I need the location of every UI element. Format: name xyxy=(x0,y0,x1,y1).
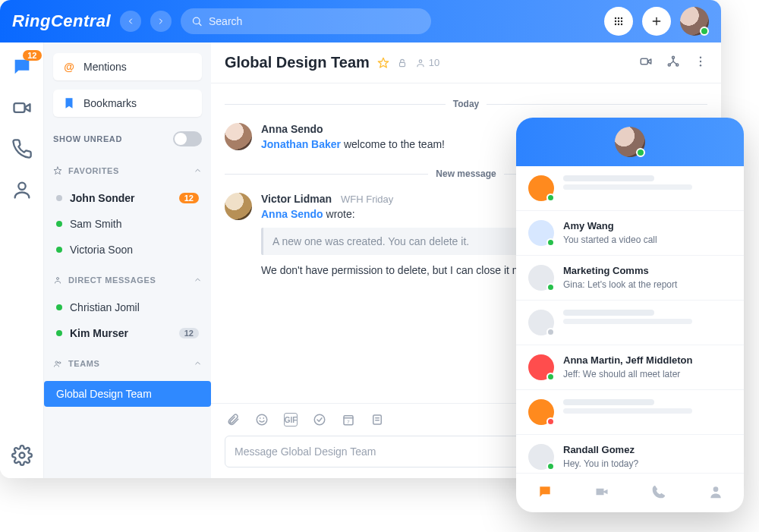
person-icon xyxy=(53,275,62,285)
sidebar-mentions[interactable]: @ Mentions xyxy=(53,53,202,80)
mention-link[interactable]: Anna Sendo xyxy=(261,208,323,220)
svg-point-7 xyxy=(621,20,622,22)
mobile-tab-video[interactable] xyxy=(594,484,609,502)
share-button[interactable] xyxy=(666,55,680,71)
note-icon xyxy=(370,413,384,427)
person-icon xyxy=(415,58,426,68)
profile-avatar[interactable] xyxy=(680,7,709,36)
mobile-conv-item[interactable] xyxy=(516,166,744,211)
svg-marker-17 xyxy=(54,167,61,175)
sidebar: @ Mentions Bookmarks SHOW UNREAD FAVORIT… xyxy=(44,42,211,478)
presence-dot xyxy=(56,247,62,253)
dm-header[interactable]: DIRECT MESSAGES xyxy=(53,269,202,291)
svg-point-9 xyxy=(618,24,619,25)
mobile-tab-messages[interactable] xyxy=(537,484,553,502)
dialpad-icon xyxy=(613,15,625,27)
chevron-left-icon xyxy=(126,17,135,26)
sidebar-fav-victoria[interactable]: Victoria Soon xyxy=(53,238,202,261)
presence-dot xyxy=(56,330,62,336)
message-avatar[interactable] xyxy=(225,123,252,150)
conv-name: Randall Gomez xyxy=(563,444,732,455)
mobile-conv-item[interactable] xyxy=(516,390,744,435)
team-name: Global Design Team xyxy=(56,388,152,400)
quote-attribution: Anna Sendo wrote: xyxy=(261,208,557,220)
person-icon xyxy=(11,179,33,200)
mobile-conv-item[interactable] xyxy=(516,301,744,345)
message-avatar[interactable] xyxy=(225,193,252,220)
chevron-right-icon xyxy=(156,17,165,26)
sidebar-fav-sam[interactable]: Sam Smith xyxy=(53,212,202,235)
note-button[interactable] xyxy=(370,413,384,427)
svg-point-15 xyxy=(18,183,25,190)
task-button[interactable] xyxy=(313,413,326,427)
star-icon xyxy=(53,166,62,175)
mobile-tab-contacts[interactable] xyxy=(708,484,723,502)
sidebar-dm-kim[interactable]: Kim Murser 12 xyxy=(53,322,202,345)
check-circle-icon xyxy=(313,413,326,427)
svg-point-10 xyxy=(621,24,622,25)
dialpad-button[interactable] xyxy=(604,7,633,36)
message-header: Victor Lidman WFH Friday xyxy=(261,193,557,205)
rail-settings[interactable] xyxy=(11,445,33,466)
conv-avatar xyxy=(528,175,554,201)
svg-point-4 xyxy=(621,17,622,19)
conv-avatar xyxy=(528,354,554,380)
svg-point-19 xyxy=(55,361,58,364)
presence-dot xyxy=(546,194,555,202)
quoted-message: A new one was created. You can delete it… xyxy=(261,228,557,255)
presence-indicator xyxy=(700,27,709,36)
conv-body xyxy=(563,399,732,414)
nav-forward-button[interactable] xyxy=(150,11,172,32)
start-video-button[interactable] xyxy=(639,55,653,71)
gif-button[interactable]: GIF xyxy=(284,413,298,427)
mobile-conv-item[interactable]: Amy WangYou started a video call xyxy=(516,211,744,256)
favorites-header[interactable]: FAVORITES xyxy=(53,159,202,182)
mobile-conv-item[interactable]: Marketing CommsGina: Let's look at the r… xyxy=(516,256,744,301)
nav-back-button[interactable] xyxy=(120,11,141,32)
svg-point-23 xyxy=(419,59,422,62)
members-button[interactable]: 10 xyxy=(415,57,439,68)
attach-button[interactable] xyxy=(226,413,240,427)
teams-header[interactable]: TEAMS xyxy=(53,352,202,375)
presence-dot xyxy=(546,417,555,426)
rail-contacts[interactable] xyxy=(11,179,33,200)
emoji-button[interactable] xyxy=(255,413,269,427)
sidebar-bookmarks[interactable]: Bookmarks xyxy=(53,90,202,117)
conv-body xyxy=(563,175,732,190)
search-box[interactable] xyxy=(181,8,431,34)
svg-marker-21 xyxy=(378,58,388,68)
sidebar-fav-john[interactable]: John Sonder 12 xyxy=(53,187,202,209)
unread-badge: 12 xyxy=(179,328,199,338)
mobile-conv-item[interactable]: Anna Martin, Jeff MiddletonJeff: We shou… xyxy=(516,345,744,390)
favorite-button[interactable] xyxy=(377,57,389,69)
person-icon xyxy=(708,484,723,499)
more-button[interactable] xyxy=(694,55,707,71)
show-unread-toggle[interactable] xyxy=(173,131,202,146)
sidebar-team-global-design[interactable]: Global Design Team xyxy=(44,381,211,407)
rail-video[interactable] xyxy=(11,97,33,118)
add-button[interactable] xyxy=(642,7,671,36)
star-icon xyxy=(377,57,389,69)
presence-indicator xyxy=(636,148,645,157)
presence-dot xyxy=(56,304,62,310)
skeleton-line xyxy=(563,184,692,190)
message-status: WFH Friday xyxy=(341,194,393,205)
mention-link[interactable]: Jonathan Baker xyxy=(261,138,341,150)
mobile-tab-phone[interactable] xyxy=(651,484,666,502)
privacy-button[interactable] xyxy=(397,58,408,68)
svg-point-2 xyxy=(615,17,616,19)
sidebar-dm-christian[interactable]: Christian Jomil xyxy=(53,296,202,319)
conv-preview: Hey. You in today? xyxy=(563,458,732,469)
favorites-label: FAVORITES xyxy=(68,166,119,175)
search-input[interactable] xyxy=(209,15,420,27)
calendar-button[interactable]: 7 xyxy=(342,413,355,427)
topbar: RingCentral xyxy=(0,0,721,42)
contact-name: Kim Murser xyxy=(70,327,128,339)
rail-messages[interactable]: 12 xyxy=(11,56,33,77)
svg-point-3 xyxy=(618,17,619,19)
mobile-conv-item[interactable]: Randall GomezHey. You in today? xyxy=(516,435,744,473)
mobile-avatar[interactable] xyxy=(615,127,645,157)
skeleton-line xyxy=(563,310,654,316)
skeleton-line xyxy=(563,399,654,405)
rail-phone[interactable] xyxy=(11,138,33,159)
